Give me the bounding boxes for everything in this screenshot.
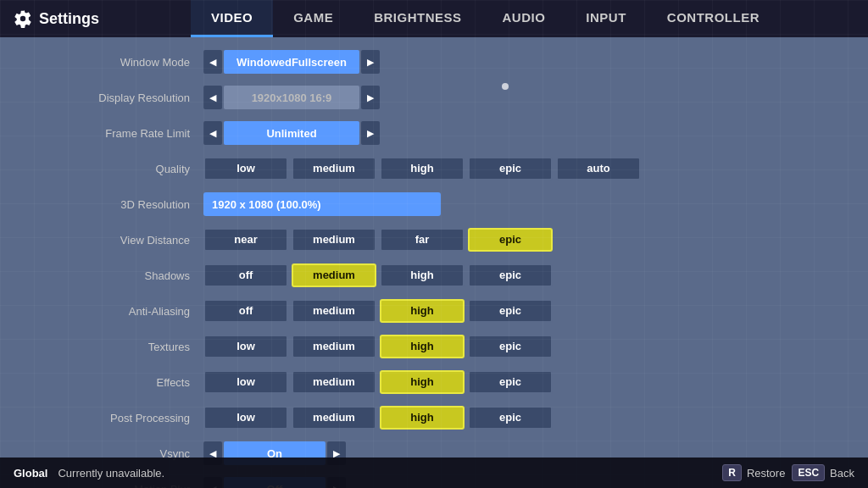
display-resolution-left-btn[interactable]: ◀ [203, 86, 222, 109]
setting-quality: Quality low medium high epic auto [34, 154, 834, 183]
effects-epic-btn[interactable]: epic [468, 370, 553, 394]
textures-medium-btn[interactable]: medium [292, 335, 376, 358]
shadows-high-btn[interactable]: high [380, 263, 465, 287]
window-mode-label: Window Mode [34, 56, 203, 69]
quality-btn-group: low medium high epic auto [203, 157, 641, 180]
status-text: Currently unavailable. [58, 467, 164, 480]
tab-audio[interactable]: Audio [482, 0, 566, 37]
bottom-left: Global Currently unavailable. [14, 467, 164, 480]
tab-brightness[interactable]: Brightness [353, 0, 481, 37]
bottom-bar: Global Currently unavailable. R Restore … [0, 458, 868, 488]
quality-auto-btn[interactable]: auto [556, 157, 641, 180]
setting-3d-resolution: 3D Resolution 1920 x 1080 (100.0%) [34, 190, 834, 219]
effects-low-btn[interactable]: low [203, 370, 288, 394]
anti-aliasing-medium-btn[interactable]: medium [292, 299, 376, 323]
post-processing-low-btn[interactable]: low [203, 406, 288, 430]
setting-view-distance: View Distance near medium far epic [34, 225, 834, 254]
textures-high-btn[interactable]: high [380, 335, 465, 358]
display-resolution-label: Display Resolution [34, 92, 203, 104]
view-distance-far-btn[interactable]: far [380, 228, 465, 252]
anti-aliasing-high-btn[interactable]: high [380, 299, 465, 323]
window-mode-value: WindowedFullscreen [224, 50, 359, 74]
anti-aliasing-label: Anti-Aliasing [34, 305, 203, 318]
setting-post-processing: Post Processing low medium high epic [34, 403, 834, 432]
effects-btn-group: low medium high epic [203, 370, 553, 394]
resolution-3d-bar: 1920 x 1080 (100.0%) [203, 192, 441, 216]
post-processing-epic-btn[interactable]: epic [468, 406, 553, 430]
tab-input[interactable]: Input [565, 0, 647, 37]
restore-key: R [722, 464, 742, 481]
effects-label: Effects [34, 376, 203, 389]
back-key: ESC [792, 464, 825, 481]
frame-rate-right-btn[interactable]: ▶ [361, 121, 380, 145]
restore-label: Restore [747, 467, 786, 480]
anti-aliasing-btn-group: off medium high epic [203, 299, 553, 323]
frame-rate-limit-label: Frame Rate Limit [34, 127, 203, 140]
global-label: Global [14, 467, 47, 480]
display-resolution-right-btn[interactable]: ▶ [361, 86, 380, 109]
window-mode-right-btn[interactable]: ▶ [361, 50, 380, 74]
setting-shadows: Shadows off medium high epic [34, 261, 834, 290]
display-resolution-selector: ◀ 1920x1080 16:9 ▶ [203, 86, 380, 109]
app-title-text: Settings [39, 10, 99, 28]
tab-game[interactable]: Game [273, 0, 353, 37]
anti-aliasing-epic-btn[interactable]: epic [468, 299, 553, 323]
shadows-btn-group: off medium high epic [203, 263, 553, 287]
resolution-3d-value: 1920 x 1080 (100.0%) [212, 198, 321, 211]
textures-btn-group: low medium high epic [203, 335, 553, 358]
quality-epic-btn[interactable]: epic [468, 157, 553, 180]
setting-textures: Textures low medium high epic [34, 332, 834, 361]
window-mode-selector: ◀ WindowedFullscreen ▶ [203, 50, 380, 74]
resolution-3d-label: 3D Resolution [34, 198, 203, 211]
shadows-medium-btn[interactable]: medium [292, 263, 376, 287]
nav-tabs: Video Game Brightness Audio Input Contro… [116, 0, 854, 37]
top-bar: Settings Video Game Brightness Audio Inp… [0, 0, 868, 37]
shadows-epic-btn[interactable]: epic [468, 263, 553, 287]
frame-rate-value: Unlimited [224, 121, 359, 145]
tab-video[interactable]: Video [191, 0, 273, 37]
view-distance-btn-group: near medium far epic [203, 228, 553, 252]
post-processing-label: Post Processing [34, 412, 203, 424]
shadows-label: Shadows [34, 269, 203, 282]
post-processing-medium-btn[interactable]: medium [292, 406, 376, 430]
view-distance-medium-btn[interactable]: medium [292, 228, 376, 252]
view-distance-epic-btn[interactable]: epic [468, 228, 553, 252]
frame-rate-limit-selector: ◀ Unlimited ▶ [203, 121, 380, 145]
restore-btn[interactable]: R Restore [722, 464, 785, 481]
post-processing-btn-group: low medium high epic [203, 406, 553, 430]
bottom-right: R Restore ESC Back [722, 464, 854, 481]
display-resolution-value: 1920x1080 16:9 [224, 86, 359, 109]
view-distance-label: View Distance [34, 234, 203, 247]
post-processing-high-btn[interactable]: high [380, 406, 465, 430]
quality-low-btn[interactable]: low [203, 157, 288, 180]
setting-anti-aliasing: Anti-Aliasing off medium high epic [34, 297, 834, 325]
frame-rate-left-btn[interactable]: ◀ [203, 121, 222, 145]
setting-window-mode: Window Mode ◀ WindowedFullscreen ▶ [34, 47, 834, 76]
quality-high-btn[interactable]: high [380, 157, 465, 180]
anti-aliasing-off-btn[interactable]: off [203, 299, 288, 323]
effects-medium-btn[interactable]: medium [292, 370, 376, 394]
window-mode-left-btn[interactable]: ◀ [203, 50, 222, 74]
quality-medium-btn[interactable]: medium [292, 157, 376, 180]
back-btn[interactable]: ESC Back [792, 464, 854, 481]
gear-icon [14, 9, 32, 28]
main-content: Window Mode ◀ WindowedFullscreen ▶ Displ… [0, 37, 868, 488]
setting-display-resolution: Display Resolution ◀ 1920x1080 16:9 ▶ [34, 83, 834, 112]
view-distance-near-btn[interactable]: near [203, 228, 288, 252]
textures-low-btn[interactable]: low [203, 335, 288, 358]
tab-controller[interactable]: Controller [647, 0, 780, 37]
back-label: Back [830, 467, 854, 480]
textures-label: Textures [34, 341, 203, 353]
shadows-off-btn[interactable]: off [203, 263, 288, 287]
setting-effects: Effects low medium high epic [34, 368, 834, 396]
app-title: Settings [14, 9, 99, 28]
setting-frame-rate-limit: Frame Rate Limit ◀ Unlimited ▶ [34, 119, 834, 147]
quality-label: Quality [34, 163, 203, 175]
textures-epic-btn[interactable]: epic [468, 335, 553, 358]
effects-high-btn[interactable]: high [380, 370, 465, 394]
